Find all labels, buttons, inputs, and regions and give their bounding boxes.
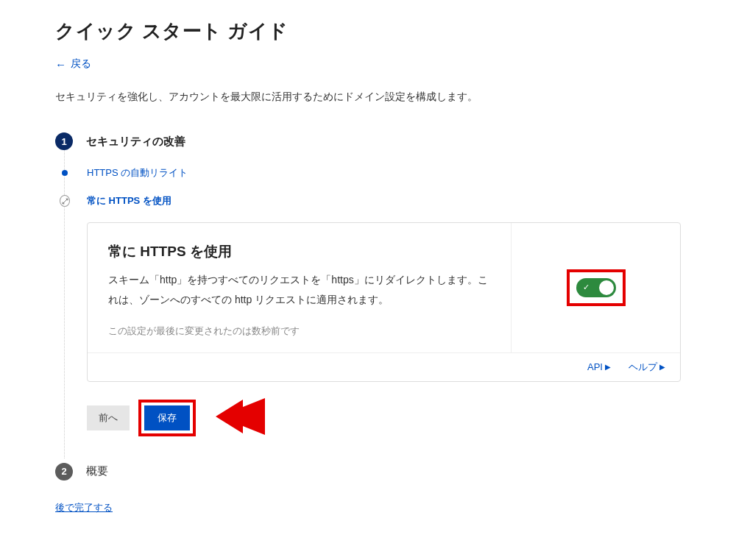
back-label: 戻る xyxy=(71,57,91,71)
step-2-title: 概要 xyxy=(86,464,108,478)
substep-always-https[interactable]: 常に HTTPS を使用 xyxy=(87,194,681,208)
api-link[interactable]: API ▶ xyxy=(587,361,611,374)
prev-button[interactable]: 前へ xyxy=(87,405,130,430)
substep-https-rewrite[interactable]: HTTPS の自動リライト xyxy=(87,166,681,180)
card-meta: この設定が最後に変更されたのは数秒前です xyxy=(108,325,490,338)
substep-active-icon xyxy=(60,196,70,206)
help-label: ヘルプ xyxy=(629,361,657,374)
toggle-knob xyxy=(599,280,614,295)
caret-right-icon: ▶ xyxy=(605,363,611,371)
save-button[interactable]: 保存 xyxy=(144,405,190,430)
step-2-badge: 2 xyxy=(55,463,73,481)
step-1-header: 1 セキュリティの改善 xyxy=(55,132,681,150)
substep-dot-icon xyxy=(60,168,70,178)
arrow-left-icon: ← xyxy=(55,58,66,71)
card-title: 常に HTTPS を使用 xyxy=(108,242,490,261)
substep-label-always: 常に HTTPS を使用 xyxy=(87,194,171,208)
page-intro: セキュリティを強化し、アカウントを最大限に活用するためにドメイン設定を構成します… xyxy=(55,88,681,104)
step-1-title: セキュリティの改善 xyxy=(86,135,185,149)
check-icon: ✓ xyxy=(583,283,590,292)
svg-marker-0 xyxy=(216,398,265,435)
page-title: クイック スタート ガイド xyxy=(55,18,681,44)
help-link[interactable]: ヘルプ ▶ xyxy=(629,361,665,374)
always-https-toggle[interactable]: ✓ xyxy=(576,278,616,297)
substep-label-rewrite: HTTPS の自動リライト xyxy=(87,166,188,180)
card-description: スキーム「http」を持つすべてのリクエストを「https」にリダイレクトします… xyxy=(108,270,490,309)
settings-card: 常に HTTPS を使用 スキーム「http」を持つすべてのリクエストを「htt… xyxy=(87,222,681,381)
arrow-annotation-icon xyxy=(212,391,271,442)
back-link[interactable]: ← 戻る xyxy=(55,57,91,71)
caret-right-icon: ▶ xyxy=(659,363,665,371)
toggle-highlight-annotation: ✓ xyxy=(567,269,626,306)
finish-later-link[interactable]: 後で完了する xyxy=(55,501,113,514)
save-highlight-annotation: 保存 xyxy=(138,400,196,436)
step-1-badge: 1 xyxy=(55,132,73,150)
step-2-header[interactable]: 2 概要 xyxy=(55,463,681,481)
api-label: API xyxy=(587,361,603,372)
